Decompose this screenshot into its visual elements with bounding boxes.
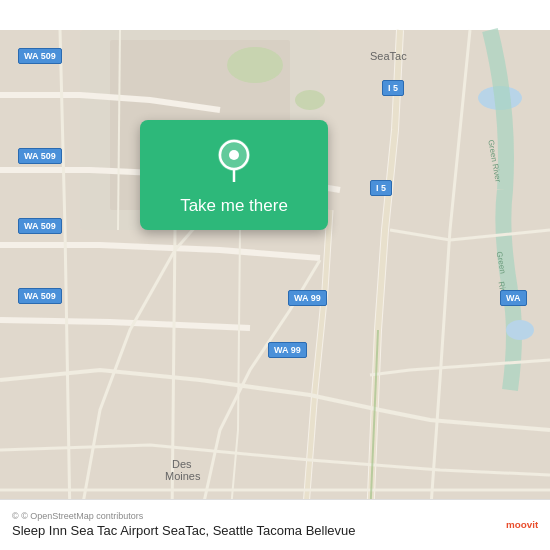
svg-text:Des: Des — [172, 458, 192, 470]
info-text-block: © © OpenStreetMap contributors Sleep Inn… — [12, 511, 356, 538]
road-badge-i5-1: I 5 — [382, 80, 404, 96]
road-badge-i5-2: I 5 — [370, 180, 392, 196]
road-badge-wa99-2: WA 99 — [268, 342, 307, 358]
svg-point-4 — [295, 90, 325, 110]
svg-text:SeaTac: SeaTac — [370, 50, 407, 62]
road-badge-wa99-1: WA 99 — [288, 290, 327, 306]
road-badge-wa509-4: WA 509 — [18, 288, 62, 304]
place-name: Sleep Inn Sea Tac Airport SeaTac, Seattl… — [12, 523, 356, 538]
svg-text:Moines: Moines — [165, 470, 201, 482]
svg-point-6 — [506, 320, 534, 340]
svg-point-3 — [227, 47, 283, 83]
road-badge-wa509-2: WA 509 — [18, 148, 62, 164]
take-me-there-card[interactable]: Take me there — [140, 120, 328, 230]
road-badge-wa509-1: WA 509 — [18, 48, 62, 64]
svg-text:moovit: moovit — [506, 519, 538, 530]
road-badge-wa509-3: WA 509 — [18, 218, 62, 234]
attribution: © © OpenStreetMap contributors — [12, 511, 356, 521]
road-badge-wa-right: WA — [500, 290, 527, 306]
map-svg: SeaTac Des Moines Green River Green Rive… — [0, 0, 550, 550]
moovit-logo: moovit — [506, 508, 538, 540]
info-bar: © © OpenStreetMap contributors Sleep Inn… — [0, 499, 550, 550]
location-pin-icon — [216, 138, 252, 186]
svg-point-15 — [229, 150, 239, 160]
map-container: SeaTac Des Moines Green River Green Rive… — [0, 0, 550, 550]
copyright-icon: © — [12, 511, 19, 521]
take-me-there-button[interactable]: Take me there — [180, 196, 288, 216]
moovit-logo-svg: moovit — [506, 508, 538, 540]
